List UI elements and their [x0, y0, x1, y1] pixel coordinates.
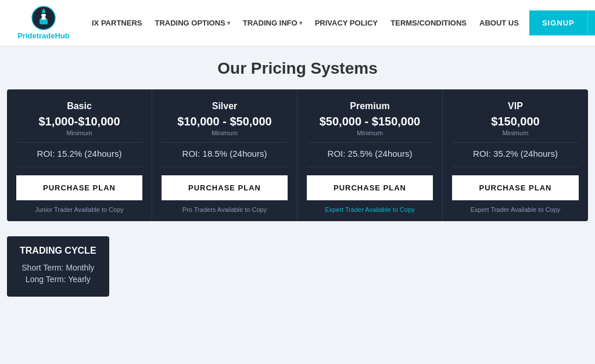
plan-vip-name: VIP	[508, 101, 523, 111]
login-button[interactable]: LO...	[587, 10, 595, 35]
auth-buttons: SIGNUP LO...	[529, 10, 595, 35]
divider	[452, 142, 579, 143]
divider	[162, 142, 288, 143]
plan-basic-name: Basic	[67, 101, 92, 111]
pricing-grid: Basic $1,000-$10,000 Minimum ROI: 15.2% …	[7, 89, 588, 221]
divider	[307, 142, 433, 143]
page-title: Our Pricing Systems	[0, 59, 595, 78]
plan-basic: Basic $1,000-$10,000 Minimum ROI: 15.2% …	[7, 89, 152, 221]
plan-premium-note: Expert Trader Available to Copy	[325, 206, 415, 213]
svg-point-3	[42, 10, 45, 13]
plan-basic-note: Junior Trader Available to Copy	[35, 206, 124, 213]
divider2	[16, 167, 142, 167]
header: PridetradeHub IX PARTNERS TRADING OPTION…	[0, 0, 595, 46]
pricing-section: Basic $1,000-$10,000 Minimum ROI: 15.2% …	[0, 84, 595, 230]
chevron-down-icon: ▾	[299, 20, 302, 26]
trading-cycle-box: TRADING CYCLE Short Term: Monthly Long T…	[7, 236, 109, 297]
nav-privacy-policy[interactable]: PRIVACY POLICY	[310, 15, 383, 31]
plan-silver-range: $10,000 - $50,000	[177, 115, 271, 128]
plan-premium-roi: ROI: 25.5% (24hours)	[328, 149, 413, 158]
trading-cycle-section: TRADING CYCLE Short Term: Monthly Long T…	[0, 230, 595, 297]
main-nav: IX PARTNERS TRADING OPTIONS ▾ TRADING IN…	[87, 15, 524, 31]
divider	[16, 142, 142, 143]
divider2	[452, 167, 579, 167]
nav-trading-options[interactable]: TRADING OPTIONS ▾	[150, 15, 234, 31]
plan-basic-roi: ROI: 15.2% (24hours)	[37, 149, 122, 158]
svg-point-6	[45, 16, 47, 18]
plan-basic-range: $1,000-$10,000	[38, 115, 120, 128]
logo-text: PridetradeHub	[17, 31, 70, 40]
svg-point-5	[41, 16, 42, 18]
logo-icon	[31, 6, 56, 30]
plan-silver-minimum: Minimum	[212, 129, 238, 136]
page-title-area: Our Pricing Systems	[0, 46, 595, 84]
trading-cycle-short-term: Short Term: Monthly	[20, 263, 96, 272]
plan-vip-range: $150,000	[491, 115, 539, 128]
plan-premium: Premium $50,000 - $150,000 Minimum ROI: …	[298, 89, 443, 221]
plan-premium-range: $50,000 - $150,000	[320, 115, 421, 128]
purchase-vip-button[interactable]: PURCHASE PLAN	[452, 175, 579, 200]
signup-button[interactable]: SIGNUP	[529, 10, 587, 35]
plan-vip: VIP $150,000 Minimum ROI: 35.2% (24hours…	[443, 89, 588, 221]
plan-silver-note: Pro Traders Available to Copy	[182, 206, 267, 213]
purchase-premium-button[interactable]: PURCHASE PLAN	[307, 175, 433, 200]
plan-silver-roi: ROI: 18.5% (24hours)	[182, 149, 267, 158]
plan-silver-name: Silver	[212, 101, 238, 111]
nav-ix-partners[interactable]: IX PARTNERS	[87, 15, 146, 31]
chevron-down-icon: ▾	[227, 20, 230, 26]
plan-vip-minimum: Minimum	[503, 129, 529, 136]
nav-trading-info[interactable]: TRADING INFO ▾	[238, 15, 307, 31]
plan-premium-name: Premium	[350, 101, 389, 111]
plan-basic-minimum: Minimum	[66, 129, 92, 136]
plan-vip-roi: ROI: 35.2% (24hours)	[473, 149, 558, 158]
logo[interactable]: PridetradeHub	[12, 6, 76, 40]
divider2	[162, 167, 288, 167]
purchase-silver-button[interactable]: PURCHASE PLAN	[162, 175, 288, 200]
plan-silver: Silver $10,000 - $50,000 Minimum ROI: 18…	[152, 89, 298, 221]
purchase-basic-button[interactable]: PURCHASE PLAN	[16, 175, 142, 200]
nav-terms-conditions[interactable]: TERMS/CONDITIONS	[386, 15, 471, 31]
trading-cycle-title: TRADING CYCLE	[20, 246, 96, 256]
plan-premium-minimum: Minimum	[357, 129, 383, 136]
divider2	[307, 167, 433, 167]
nav-about-us[interactable]: ABOUT US	[475, 15, 524, 31]
trading-cycle-long-term: Long Term: Yearly	[20, 275, 96, 284]
plan-vip-note: Expert Trader Available to Copy	[471, 206, 561, 213]
